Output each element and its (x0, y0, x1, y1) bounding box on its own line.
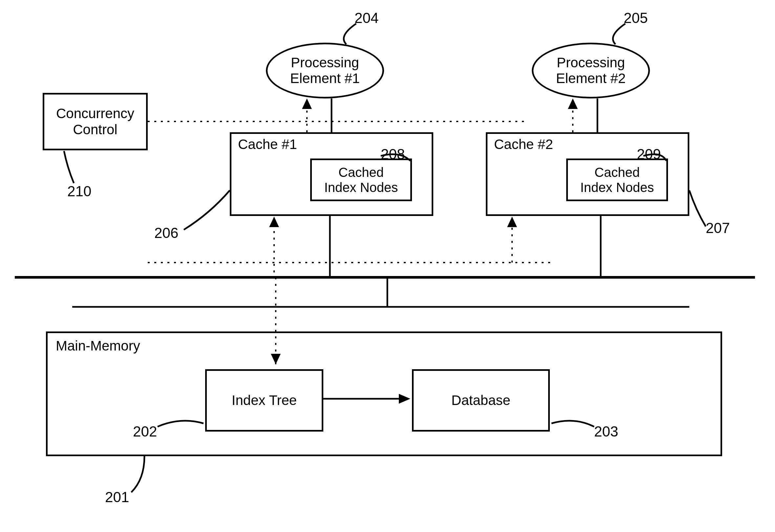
ref-209: 209 (637, 146, 661, 162)
index-tree-label: Index Tree (232, 393, 297, 408)
ref-207: 207 (706, 220, 730, 236)
processing-element-1-label: Processing Element #1 (290, 55, 360, 87)
svg-marker-18 (507, 217, 517, 227)
svg-marker-13 (568, 98, 578, 109)
processing-element-2-label: Processing Element #2 (556, 55, 626, 87)
database-box: Database (412, 369, 550, 432)
cache-2-title: Cache #2 (494, 137, 553, 152)
ref-205: 205 (624, 10, 648, 26)
database-label: Database (451, 393, 511, 408)
concurrency-control-label: Concurrency Control (56, 106, 134, 138)
svg-marker-15 (269, 217, 279, 227)
concurrency-control-box: Concurrency Control (43, 93, 148, 150)
ref-204: 204 (354, 10, 378, 26)
cache-2-cached-index-nodes-box: Cached Index Nodes (566, 159, 668, 201)
ref-208: 208 (381, 146, 405, 162)
main-memory-title: Main-Memory (56, 338, 140, 354)
cache-1-cached-index-nodes-label: Cached Index Nodes (324, 165, 398, 195)
processing-element-1-ellipse: Processing Element #1 (266, 43, 384, 98)
index-tree-box: Index Tree (205, 369, 323, 432)
cache-2-box: Cache #2 Cached Index Nodes (486, 132, 689, 216)
ref-210: 210 (67, 183, 91, 200)
ref-201: 201 (105, 489, 129, 505)
ref-202: 202 (133, 423, 157, 440)
ref-206: 206 (154, 225, 178, 241)
cache-1-title: Cache #1 (238, 137, 297, 152)
svg-marker-10 (302, 98, 312, 109)
ref-203: 203 (594, 423, 618, 440)
processing-element-2-ellipse: Processing Element #2 (532, 43, 650, 98)
cache-1-cached-index-nodes-box: Cached Index Nodes (310, 159, 412, 201)
diagram-canvas: Concurrency Control Processing Element #… (0, 0, 775, 532)
cache-1-box: Cache #1 Cached Index Nodes (230, 132, 433, 216)
cache-2-cached-index-nodes-label: Cached Index Nodes (580, 165, 654, 195)
